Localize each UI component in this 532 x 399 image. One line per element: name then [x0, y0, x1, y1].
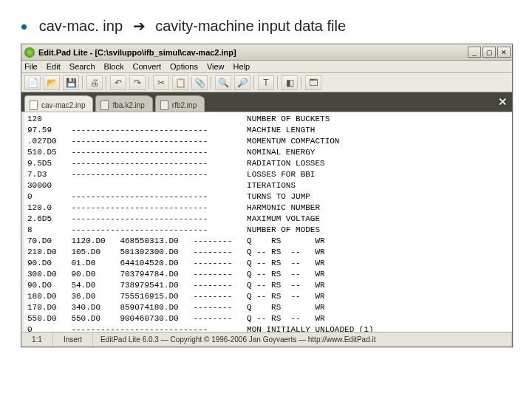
menu-view[interactable]: View — [207, 62, 225, 71]
menu-edit[interactable]: Edit — [47, 62, 61, 71]
toolbar-button[interactable]: ◧ — [282, 75, 298, 90]
editor-line[interactable]: 90.D0 01.D0 644104520.D0 -------- Q -- R… — [27, 258, 509, 269]
menu-file[interactable]: File — [24, 62, 38, 71]
caption-description: cavity-machine input data file — [155, 18, 346, 34]
toolbar-button[interactable]: ✂ — [153, 75, 169, 90]
maximize-button[interactable]: ▢ — [482, 47, 496, 58]
editor-line[interactable]: 30000 ITERATIONS — [27, 180, 509, 191]
toolbar-separator — [149, 76, 150, 89]
slide-caption: • cav-mac. inp ➔ cavity-machine input da… — [0, 0, 532, 44]
editor-line[interactable]: 0 ---------------------------- TURNS TO … — [27, 191, 509, 202]
toolbar-separator — [211, 76, 212, 89]
menu-help[interactable]: Help — [233, 62, 250, 71]
file-icon — [160, 100, 168, 110]
editor-line[interactable]: 8 ---------------------------- NUMBER OF… — [27, 225, 509, 236]
editor-line[interactable]: 9.5D5 ---------------------------- RADIA… — [27, 158, 509, 169]
editor-line[interactable]: 120 NUMBER OF BUCKETS — [27, 114, 509, 125]
toolbar-button[interactable]: 📂 — [44, 75, 60, 90]
window-title: Edit.Pad Lite - [C:\sviluppo\ifb_simul\c… — [38, 48, 468, 57]
toolbar-separator — [106, 76, 107, 89]
editor-line[interactable]: 7.D3 ---------------------------- LOSSES… — [27, 169, 509, 180]
editor-line[interactable]: 0 ---------------------------- MON INITI… — [27, 324, 509, 332]
toolbar-button[interactable]: 🔎 — [234, 75, 250, 90]
toolbar-button[interactable]: 📋 — [172, 75, 188, 90]
editor-line[interactable]: 70.D0 1120.D0 468550313.D0 -------- Q RS… — [27, 236, 509, 247]
toolbar-button[interactable]: 💾 — [63, 75, 79, 90]
close-button[interactable]: ✕ — [497, 47, 511, 58]
menu-options[interactable]: Options — [170, 62, 198, 71]
editor-line[interactable]: 170.D0 340.D0 859074180.D0 -------- Q RS… — [27, 302, 509, 313]
toolbar-separator — [301, 76, 302, 89]
tab-rfb2-inp[interactable]: rfb2.inp — [155, 95, 205, 112]
toolbar-separator — [82, 76, 83, 89]
toolbar-button[interactable]: 🖨 — [86, 75, 103, 90]
toolbar-button[interactable]: ↶ — [110, 75, 126, 90]
minimize-button[interactable]: _ — [468, 47, 481, 58]
toolbar-button[interactable]: 📎 — [191, 75, 208, 90]
editor-line[interactable]: 550.D0 550.D0 900460730.D0 -------- Q --… — [27, 313, 509, 324]
tab-close-button[interactable]: ✕ — [498, 95, 508, 109]
menubar: FileEditSearchBlockConvertOptionsViewHel… — [21, 61, 512, 73]
editor-line[interactable]: 90.D0 54.D0 738979541.D0 -------- Q -- R… — [27, 280, 509, 291]
tab-bar: cav-mac2.inpfba.k2.inprfb2.inp✕ — [21, 92, 512, 112]
tab-label: cav-mac2.inp — [41, 101, 85, 109]
status-bar: 1:1 Insert EditPad Lite 6.0.3 — Copyrigh… — [21, 332, 512, 347]
menu-search[interactable]: Search — [69, 62, 95, 71]
toolbar-button[interactable]: 📄 — [24, 75, 41, 90]
toolbar: 📄📂💾🖨↶↷✂📋📎🔍🔎T◧🗔 — [21, 73, 512, 92]
editor-line[interactable]: 510.D5 ---------------------------- NOMI… — [27, 147, 509, 158]
editor-line[interactable]: 300.D0 90.D0 703794784.D0 -------- Q -- … — [27, 269, 509, 280]
editor-line[interactable]: 2.6D5 ---------------------------- MAXIM… — [27, 214, 509, 225]
menu-convert[interactable]: Convert — [132, 62, 161, 71]
status-message: EditPad Lite 6.0.3 — Copyright © 1996-20… — [93, 332, 512, 347]
editor-line[interactable]: .027D0 ---------------------------- MOME… — [27, 136, 509, 147]
editor-line[interactable]: 210.D0 105.D0 501302300.D0 -------- Q --… — [27, 247, 509, 258]
editor-line[interactable]: 180.D0 36.D0 755516915.D0 -------- Q -- … — [27, 291, 509, 302]
arrow-icon: ➔ — [133, 18, 146, 34]
toolbar-button[interactable]: T — [258, 75, 274, 90]
file-icon — [30, 100, 38, 110]
tab-label: fba.k2.inp — [112, 101, 144, 109]
toolbar-button[interactable]: ↷ — [129, 75, 146, 90]
editor-line[interactable]: 97.59 ---------------------------- MACHI… — [27, 125, 509, 136]
editor-line[interactable]: 120.0 ---------------------------- HARMO… — [27, 202, 509, 214]
editor-window: Edit.Pad Lite - [C:\sviluppo\ifb_simul\c… — [21, 44, 513, 347]
toolbar-button[interactable]: 🔍 — [215, 75, 231, 90]
tab-fba-k2-inp[interactable]: fba.k2.inp — [95, 95, 152, 112]
app-icon — [24, 47, 35, 58]
status-cursor: 1:1 — [21, 332, 53, 347]
toolbar-button[interactable]: 🗔 — [305, 75, 321, 90]
toolbar-separator — [277, 76, 279, 89]
bullet-icon: • — [21, 16, 27, 38]
text-editor[interactable]: 120 NUMBER OF BUCKETS97.59 -------------… — [21, 112, 512, 332]
tab-cav-mac2-inp[interactable]: cav-mac2.inp — [24, 95, 93, 112]
titlebar[interactable]: Edit.Pad Lite - [C:\sviluppo\ifb_simul\c… — [21, 44, 512, 61]
caption-filename: cav-mac. inp — [39, 18, 123, 34]
tab-label: rfb2.inp — [172, 101, 197, 109]
file-icon — [100, 100, 109, 110]
menu-block[interactable]: Block — [104, 62, 124, 71]
toolbar-separator — [253, 76, 255, 89]
status-mode: Insert — [53, 332, 93, 347]
